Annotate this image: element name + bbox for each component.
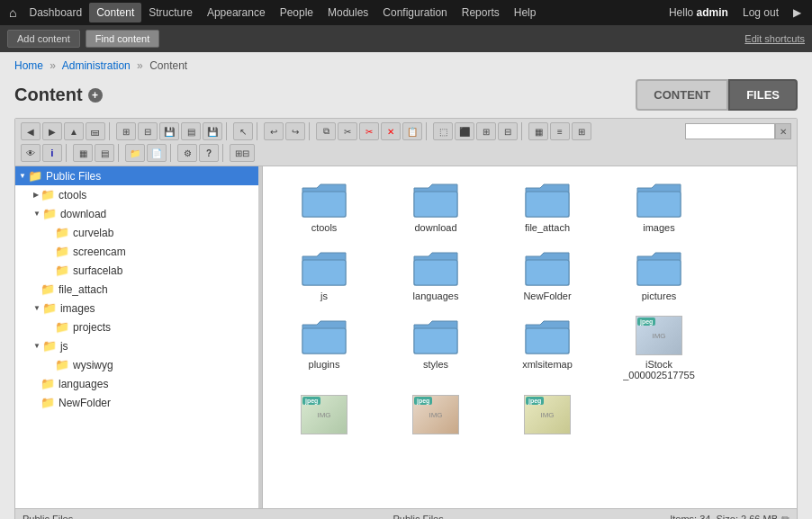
tb-info-button[interactable]: i (42, 144, 62, 162)
page-header: Content + CONTENT FILES (0, 76, 812, 118)
file-item-images[interactable]: images (605, 174, 713, 238)
tb-drive-button[interactable]: 🖴 (86, 122, 105, 140)
nav-modules[interactable]: Modules (320, 3, 375, 22)
tb-up-button[interactable]: ▲ (64, 122, 84, 140)
status-edit-icon[interactable]: ✏ (781, 513, 789, 519)
tree-item-surfacelab[interactable]: ▶ 📁 surfacelab (15, 261, 262, 280)
tb-cut-button[interactable]: ✂ (338, 122, 357, 140)
nav-configuration[interactable]: Configuration (375, 3, 454, 22)
tb-copy2-button[interactable]: ⧉ (316, 122, 336, 140)
tb-undo-button[interactable]: ↩ (264, 122, 284, 140)
file-item-plugins[interactable]: plugins (270, 310, 378, 386)
top-navigation: ⌂ Dashboard Content Structure Appearance… (0, 0, 812, 25)
tb-detail-button[interactable]: ⊞ (572, 122, 591, 140)
tree-item-curvelab[interactable]: ▶ 📁 curvelab (15, 223, 262, 242)
tree-item-public-files[interactable]: ▼ 📁 Public Files (15, 166, 262, 185)
tree-label-file-attach: file_attach (59, 283, 108, 296)
tab-buttons: CONTENT FILES (636, 79, 798, 111)
tb-list-button[interactable]: ≡ (550, 122, 570, 140)
file-item-ctools[interactable]: ctools (270, 174, 378, 238)
tb-fit-button[interactable]: ⊞⊟ (230, 144, 255, 162)
nav-expand-icon[interactable]: ▶ (786, 3, 808, 22)
tb-cursor-button[interactable]: ↖ (233, 122, 253, 140)
tb-eye-button[interactable]: 👁 (21, 144, 41, 162)
tree-item-wysiwyg[interactable]: ▶ 📁 wysiwyg (15, 355, 262, 374)
nav-structure[interactable]: Structure (141, 3, 200, 22)
file-item-file-attach[interactable]: file_attach (493, 174, 601, 238)
add-icon[interactable]: + (88, 88, 103, 103)
tree-item-languages[interactable]: ▶ 📁 languages (15, 374, 262, 393)
file-item-styles[interactable]: styles (382, 310, 490, 386)
find-content-button[interactable]: Find content (86, 30, 160, 48)
tab-content[interactable]: CONTENT (636, 79, 728, 111)
nav-appearance[interactable]: Appearance (200, 3, 273, 22)
tree-label-screencam: screencam (73, 246, 126, 258)
file-item-img2[interactable]: IMG jpeg (270, 389, 378, 440)
nav-people[interactable]: People (273, 3, 320, 22)
tb-thumb1-button[interactable]: ▦ (73, 144, 93, 162)
nav-reports[interactable]: Reports (455, 3, 507, 22)
file-item-xmlsitemap[interactable]: xmlsitemap (493, 310, 601, 386)
file-item-img4[interactable]: IMG jpeg (493, 389, 601, 440)
breadcrumb-admin[interactable]: Administration (62, 59, 131, 72)
file-label-js: js (320, 291, 328, 301)
tb-save2-button[interactable]: 💾 (203, 122, 222, 140)
tree-item-file-attach[interactable]: ▶ 📁 file_attach (15, 280, 262, 299)
tb-cut2-button[interactable]: ✂ (359, 122, 379, 140)
file-item-download[interactable]: download (382, 174, 490, 238)
tree-resizer[interactable] (258, 166, 262, 508)
tree-item-images[interactable]: ▼ 📁 images (15, 299, 262, 318)
tab-files[interactable]: FILES (728, 79, 798, 111)
tb-select3-button[interactable]: ⊞ (476, 122, 496, 140)
svg-rect-4 (302, 260, 346, 285)
tb-save-button[interactable]: 💾 (159, 122, 179, 140)
tb-delete-button[interactable]: ✕ (381, 122, 401, 140)
folder-svg-download (412, 179, 459, 219)
tb-redo-button[interactable]: ↪ (285, 122, 305, 140)
tb-forward-button[interactable]: ▶ (42, 122, 62, 140)
file-item-languages[interactable]: languages (382, 242, 490, 307)
tree-item-download[interactable]: ▼ 📁 download (15, 204, 262, 223)
tree-item-projects[interactable]: ▶ 📁 projects (15, 318, 262, 336)
tree-item-newfolder[interactable]: ▶ 📁 NewFolder (15, 393, 262, 412)
tb-select2-button[interactable]: ⬛ (455, 122, 474, 140)
tb-back-button[interactable]: ◀ (21, 122, 41, 140)
home-icon[interactable]: ⌂ (4, 5, 22, 20)
file-item-istock[interactable]: IMG jpeg iStock _000002517755 (605, 310, 713, 386)
tb-grid-button[interactable]: ▦ (528, 122, 548, 140)
nav-content[interactable]: Content (89, 3, 141, 22)
add-content-button[interactable]: Add content (7, 30, 80, 48)
tb-select-button[interactable]: ⬚ (433, 122, 453, 140)
tb-view2-button[interactable]: ⊟ (138, 122, 158, 140)
tb-paste-button[interactable]: 📋 (402, 122, 422, 140)
nav-help[interactable]: Help (507, 3, 544, 22)
tree-panel: ▼ 📁 Public Files ▶ 📁 ctools ▼ 📁 download… (15, 166, 263, 508)
tb-thumb2-button[interactable]: ▤ (95, 144, 114, 162)
file-item-img3[interactable]: IMG jpeg (382, 389, 490, 440)
tb-dir2-button[interactable]: 📄 (147, 144, 167, 162)
main-area: ◀ ▶ ▲ 🖴 ⊞ ⊟ 💾 ▤ 💾 ↖ ↩ ↪ ⧉ ✂ ✂ ✕ 📋 ⬚ ⬛ ⊞ … (14, 118, 798, 519)
svg-rect-2 (526, 192, 569, 217)
breadcrumb-home[interactable]: Home (14, 59, 43, 72)
tree-item-ctools[interactable]: ▶ 📁 ctools (15, 185, 262, 204)
tree-item-screencam[interactable]: ▶ 📁 screencam (15, 242, 262, 261)
search-clear-button[interactable]: ✕ (775, 123, 791, 139)
file-label-xmlsitemap: xmlsitemap (522, 359, 573, 370)
nav-dashboard[interactable]: Dashboard (22, 3, 89, 22)
tb-help-button[interactable]: ? (199, 144, 219, 162)
tb-select4-button[interactable]: ⊟ (498, 122, 518, 140)
tb-view1-button[interactable]: ⊞ (116, 122, 136, 140)
file-label-newfolder: NewFolder (523, 291, 571, 301)
file-item-pictures[interactable]: pictures (605, 242, 713, 307)
search-input[interactable] (685, 123, 775, 139)
tb-gear-button[interactable]: ⚙ (177, 144, 197, 162)
file-item-js[interactable]: js (270, 242, 378, 307)
file-item-newfolder[interactable]: NewFolder (493, 242, 601, 307)
edit-shortcuts-link[interactable]: Edit shortcuts (744, 33, 805, 44)
tb-dir1-button[interactable]: 📁 (125, 144, 145, 162)
tb-view3-button[interactable]: ▤ (181, 122, 201, 140)
folder-svg-pictures (636, 247, 682, 287)
page-title-text: Content (14, 85, 83, 105)
logout-button[interactable]: Log out (735, 3, 786, 22)
tree-item-js[interactable]: ▼ 📁 js (15, 336, 262, 355)
